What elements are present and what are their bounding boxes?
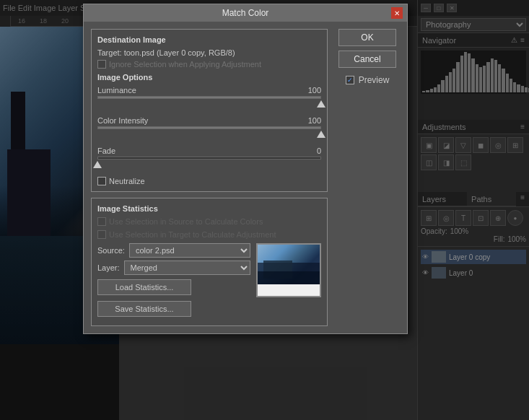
thumbnail-image-top xyxy=(258,245,320,284)
save-statistics-button[interactable]: Save Statistics... xyxy=(97,301,191,317)
dialog-body: Destination Image Target: toon.psd (Laye… xyxy=(84,22,407,333)
ignore-label: Ignore Selection when Applying Adjustmen… xyxy=(109,60,261,69)
target-value: toon.psd (Layer 0 copy, RGB/8) xyxy=(124,48,235,57)
color-intensity-thumb-row xyxy=(97,131,321,139)
use-selection-target-row: Use Selection in Target to Calculate Adj… xyxy=(97,230,321,239)
dialog-title: Match Color xyxy=(100,8,391,18)
stats-buttons: Load Statistics... Save Statistics... xyxy=(97,279,250,320)
luminance-slider-row: Luminance 100 xyxy=(97,86,321,109)
fade-track[interactable] xyxy=(97,157,321,159)
luminance-track[interactable] xyxy=(97,96,321,99)
bottom-source-area: Source: color 2.psdNonetoon.psd Layer: M… xyxy=(97,243,321,320)
luminance-thumb[interactable] xyxy=(317,100,325,108)
use-selection-source-cb[interactable] xyxy=(97,217,106,226)
stats-title: Image Statistics xyxy=(97,204,321,213)
neutralize-row: Neutralize xyxy=(97,177,321,185)
neutralize-checkbox[interactable] xyxy=(97,177,106,185)
color-intensity-fill xyxy=(98,127,320,128)
destination-title: Destination Image xyxy=(97,35,321,44)
dialog-left-column: Destination Image Target: toon.psd (Laye… xyxy=(91,29,328,326)
thumb-water xyxy=(258,271,320,284)
luminance-fill xyxy=(98,97,320,98)
target-text: Target: xyxy=(97,48,124,57)
source-select[interactable]: color 2.psdNonetoon.psd xyxy=(129,243,250,258)
color-intensity-slider-row: Color Intensity 100 xyxy=(97,116,321,139)
fade-label: Fade xyxy=(97,146,115,155)
dialog-close-button[interactable]: ✕ xyxy=(391,7,403,19)
preview-checkbox[interactable] xyxy=(346,76,354,84)
luminance-value: 100 xyxy=(308,86,321,95)
thumbnail-image-bottom xyxy=(258,284,320,297)
source-controls: Source: color 2.psdNonetoon.psd Layer: M… xyxy=(97,243,250,320)
fade-label-row: Fade 0 xyxy=(97,146,321,155)
layer-label: Layer: xyxy=(97,263,120,272)
image-statistics-section: Image Statistics Use Selection in Source… xyxy=(91,198,328,326)
use-selection-target-cb[interactable] xyxy=(97,230,106,239)
destination-section: Destination Image Target: toon.psd (Laye… xyxy=(91,29,328,192)
layer-row: Layer: MergedBackgroundLayer 0Layer 0 co… xyxy=(97,261,250,275)
match-color-dialog: Match Color ✕ Destination Image Target: … xyxy=(83,4,408,334)
ok-button[interactable]: OK xyxy=(338,29,396,46)
cancel-button[interactable]: Cancel xyxy=(338,51,396,68)
fade-value: 0 xyxy=(317,146,321,155)
preview-label: Preview xyxy=(359,75,390,85)
image-options-title: Image Options xyxy=(97,73,321,82)
layer-select[interactable]: MergedBackgroundLayer 0Layer 0 copy xyxy=(124,261,250,275)
luminance-label-row: Luminance 100 xyxy=(97,86,321,95)
dialog-titlebar[interactable]: Match Color ✕ xyxy=(84,4,407,22)
dialog-right-column: OK Cancel Preview xyxy=(335,29,400,326)
fade-thumb-row xyxy=(97,161,321,170)
target-label: Target: toon.psd (Layer 0 copy, RGB/8) xyxy=(97,48,321,57)
luminance-label: Luminance xyxy=(97,86,136,95)
source-thumbnail xyxy=(256,243,321,297)
load-statistics-button[interactable]: Load Statistics... xyxy=(97,279,191,295)
fade-thumb[interactable] xyxy=(93,161,102,168)
source-row: Source: color 2.psdNonetoon.psd xyxy=(97,243,250,258)
use-selection-target-label: Use Selection in Target to Calculate Adj… xyxy=(109,230,276,239)
image-options: Image Options Luminance 100 xyxy=(97,73,321,185)
use-selection-source-label: Use Selection in Source to Calculate Col… xyxy=(109,217,263,226)
use-selection-source-row: Use Selection in Source to Calculate Col… xyxy=(97,217,321,226)
luminance-thumb-row xyxy=(97,100,321,109)
color-intensity-track[interactable] xyxy=(97,126,321,129)
source-label: Source: xyxy=(97,246,125,255)
color-intensity-label: Color Intensity xyxy=(97,116,148,125)
ignore-row: Ignore Selection when Applying Adjustmen… xyxy=(97,60,321,69)
neutralize-label: Neutralize xyxy=(109,177,145,185)
ignore-checkbox[interactable] xyxy=(97,60,106,69)
preview-row: Preview xyxy=(346,75,390,85)
color-intensity-label-row: Color Intensity 100 xyxy=(97,116,321,125)
color-intensity-thumb[interactable] xyxy=(317,131,325,138)
fade-slider-row: Fade 0 xyxy=(97,146,321,170)
color-intensity-value: 100 xyxy=(308,116,321,125)
